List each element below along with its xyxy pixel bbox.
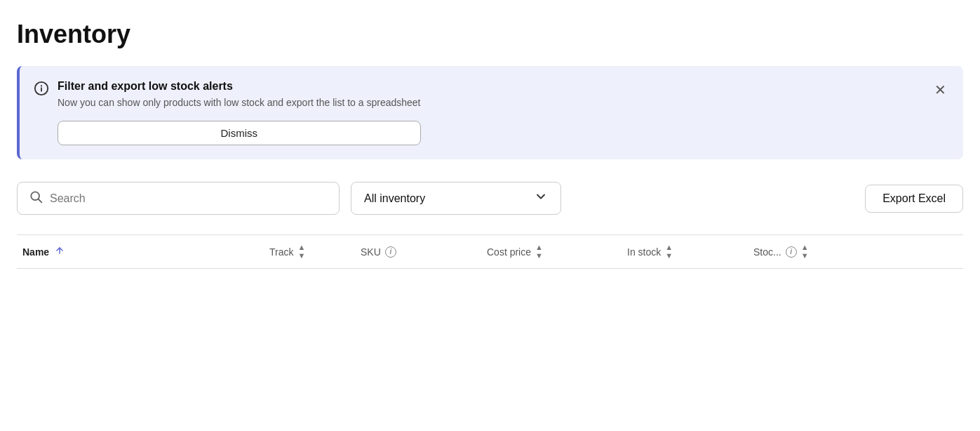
column-header-in-stock: In stock ▲ ▼ <box>627 244 753 260</box>
alert-description: Now you can show only products with low … <box>58 97 421 108</box>
svg-line-4 <box>39 199 42 203</box>
table-header: Name Track ▲ ▼ SKU i Cost price <box>17 234 963 269</box>
search-icon <box>29 190 43 207</box>
column-stoc-label: Stoc... <box>753 246 781 258</box>
page-title: Inventory <box>17 20 963 49</box>
alert-title: Filter and export low stock alerts <box>58 80 421 93</box>
sort-up-icon[interactable] <box>55 246 65 258</box>
alert-banner: Filter and export low stock alerts Now y… <box>17 66 963 159</box>
column-cost-price-label: Cost price <box>487 246 531 258</box>
column-name-label: Name <box>22 246 49 258</box>
column-header-name: Name <box>17 246 269 258</box>
sort-dual-icon-stoc[interactable]: ▲ ▼ <box>801 244 809 260</box>
alert-close-button[interactable]: ✕ <box>932 80 949 100</box>
toolbar: All inventory Export Excel <box>17 182 963 215</box>
sort-dual-icon-cost[interactable]: ▲ ▼ <box>535 244 543 260</box>
column-in-stock-label: In stock <box>627 246 661 258</box>
export-excel-button[interactable]: Export Excel <box>865 185 963 213</box>
sort-dual-icon-instock[interactable]: ▲ ▼ <box>665 244 673 260</box>
column-track-label: Track <box>269 246 293 258</box>
alert-text-block: Filter and export low stock alerts Now y… <box>58 80 421 145</box>
column-header-track: Track ▲ ▼ <box>269 244 361 260</box>
stoc-info-icon[interactable]: i <box>786 246 797 258</box>
sort-dual-icon-track[interactable]: ▲ ▼ <box>297 244 305 260</box>
column-header-stoc: Stoc... i ▲ ▼ <box>753 244 880 260</box>
column-header-sku: SKU i <box>361 246 487 258</box>
search-container[interactable] <box>17 182 340 215</box>
column-header-cost-price: Cost price ▲ ▼ <box>487 244 627 260</box>
dismiss-button[interactable]: Dismiss <box>58 121 421 145</box>
alert-content: Filter and export low stock alerts Now y… <box>34 80 421 145</box>
search-input[interactable] <box>50 192 328 205</box>
inventory-filter-dropdown[interactable]: All inventory <box>351 182 561 215</box>
sku-info-icon[interactable]: i <box>385 246 396 258</box>
column-sku-label: SKU <box>361 246 381 258</box>
chevron-down-icon <box>534 190 548 207</box>
info-circle-icon <box>34 81 49 96</box>
inventory-filter-label: All inventory <box>364 192 425 205</box>
